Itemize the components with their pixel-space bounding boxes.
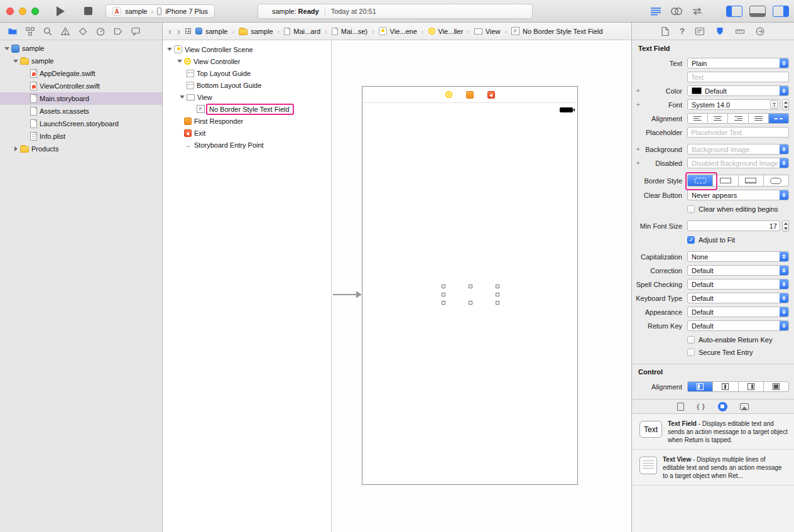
min-font-size-stepper[interactable] bbox=[782, 220, 789, 232]
font-field[interactable]: System 14.0 T bbox=[687, 99, 780, 110]
outline-item-top-layout-guide[interactable]: Top Layout Guide bbox=[163, 67, 331, 79]
media-library-button[interactable] bbox=[740, 403, 749, 410]
keyboard-type-popup[interactable]: Default bbox=[687, 293, 789, 303]
clear-when-editing-checkbox[interactable] bbox=[687, 205, 695, 213]
clear-button-popup[interactable]: Never appears bbox=[687, 190, 789, 200]
font-size-stepper[interactable] bbox=[782, 99, 789, 111]
forward-button[interactable]: › bbox=[177, 26, 181, 36]
disclosure-icon[interactable] bbox=[177, 60, 183, 63]
minimize-window-button[interactable] bbox=[19, 8, 26, 15]
code-snippet-library-button[interactable]: { } bbox=[697, 403, 705, 410]
min-font-size-field[interactable]: 17 bbox=[687, 220, 780, 231]
disclosure-icon[interactable] bbox=[179, 95, 185, 99]
text-type-popup[interactable]: Plain bbox=[687, 58, 789, 68]
capitalization-popup[interactable]: None bbox=[687, 251, 789, 262]
stop-button[interactable] bbox=[84, 7, 92, 15]
attributes-inspector-button[interactable] bbox=[715, 26, 725, 36]
file-row-group-sample[interactable]: sample bbox=[0, 55, 162, 67]
outline-item-view-controller[interactable]: View Controller bbox=[163, 55, 331, 67]
disclosure-icon[interactable] bbox=[13, 60, 19, 63]
disabled-background-popup[interactable]: Disabled Background Image bbox=[687, 158, 789, 168]
resize-handle-bottom-left[interactable] bbox=[442, 301, 445, 305]
project-navigator-button[interactable] bbox=[8, 26, 18, 36]
add-variation-button[interactable]: + bbox=[636, 146, 641, 153]
border-line-segment[interactable] bbox=[713, 175, 738, 186]
library-item-text-field[interactable]: Text Text Field - Displays editable text… bbox=[632, 414, 794, 450]
add-variation-button[interactable]: + bbox=[636, 101, 641, 108]
breadcrumb-view-controller[interactable]: Vie...ller bbox=[428, 28, 464, 35]
add-variation-button[interactable]: + bbox=[636, 160, 641, 166]
add-variation-button[interactable]: + bbox=[636, 87, 641, 94]
file-template-library-button[interactable] bbox=[677, 403, 684, 411]
secure-text-checkbox[interactable] bbox=[687, 349, 695, 356]
content-align-right-segment[interactable] bbox=[739, 382, 764, 391]
breadcrumb-project[interactable]: sample bbox=[195, 28, 227, 35]
appearance-popup[interactable]: Default bbox=[687, 307, 789, 317]
auto-enable-return-checkbox[interactable] bbox=[687, 336, 695, 344]
outline-item-exit[interactable]: Exit bbox=[163, 127, 331, 139]
border-rounded-segment[interactable] bbox=[764, 175, 788, 186]
size-inspector-button[interactable] bbox=[735, 27, 745, 36]
library-item-text-view[interactable]: Text View - Displays multiple lines of e… bbox=[632, 450, 794, 486]
report-navigator-button[interactable] bbox=[131, 26, 141, 36]
file-inspector-button[interactable] bbox=[661, 26, 670, 36]
outline-item-first-responder[interactable]: First Responder bbox=[163, 115, 331, 127]
storyboard-entry-point-arrow[interactable] bbox=[333, 290, 362, 300]
view-controller-frame[interactable] bbox=[362, 86, 578, 485]
first-responder-icon[interactable] bbox=[466, 91, 474, 99]
outline-item-view[interactable]: View bbox=[163, 91, 331, 103]
resize-handle-middle-right[interactable] bbox=[496, 293, 499, 296]
resize-handle-bottom-right[interactable] bbox=[496, 301, 499, 305]
issue-navigator-button[interactable] bbox=[60, 26, 70, 36]
standard-editor-button[interactable] bbox=[648, 5, 663, 18]
color-popup[interactable]: Default bbox=[687, 85, 789, 96]
exit-icon[interactable] bbox=[487, 91, 495, 99]
correction-popup[interactable]: Default bbox=[687, 265, 789, 276]
outline-item-scene[interactable]: View Controller Scene bbox=[163, 43, 331, 55]
file-row-viewcontroller[interactable]: ViewController.swift bbox=[0, 80, 162, 92]
test-navigator-button[interactable] bbox=[78, 26, 88, 36]
file-row-project-sample[interactable]: sample bbox=[0, 42, 162, 55]
resize-handle-top-right[interactable] bbox=[496, 285, 499, 288]
file-row-launchscreen[interactable]: LaunchScreen.storyboard bbox=[0, 117, 162, 130]
font-picker-button[interactable]: T bbox=[770, 100, 778, 109]
quick-help-inspector-button[interactable]: ? bbox=[680, 26, 685, 36]
border-bezel-segment[interactable] bbox=[739, 175, 764, 186]
assistant-editor-button[interactable] bbox=[669, 5, 684, 18]
background-popup[interactable]: Background Image bbox=[687, 144, 789, 155]
file-row-products[interactable]: Products bbox=[0, 143, 162, 155]
file-row-appdelegate[interactable]: AppDelegate.swift bbox=[0, 67, 162, 80]
view-controller-icon[interactable] bbox=[445, 91, 452, 98]
content-align-center-segment[interactable] bbox=[713, 382, 738, 391]
file-row-assets[interactable]: Assets.xcassets bbox=[0, 105, 162, 117]
toggle-navigator-button[interactable] bbox=[726, 6, 742, 17]
resize-handle-middle-left[interactable] bbox=[442, 293, 445, 296]
content-align-left-segment[interactable] bbox=[688, 382, 713, 391]
breadcrumb-group[interactable]: sample bbox=[239, 28, 273, 35]
align-center-segment[interactable] bbox=[708, 114, 728, 123]
text-value-input[interactable] bbox=[687, 72, 789, 82]
version-editor-button[interactable] bbox=[690, 5, 705, 18]
file-row-infoplist[interactable]: Info.plist bbox=[0, 130, 162, 143]
disclosure-icon[interactable] bbox=[166, 48, 173, 51]
object-library-button[interactable] bbox=[718, 402, 727, 411]
file-row-main-storyboard[interactable]: Main.storyboard bbox=[0, 92, 162, 105]
breadcrumb-scene[interactable]: Vie...ene bbox=[379, 27, 417, 35]
related-items-icon[interactable] bbox=[185, 28, 191, 34]
scheme-selector[interactable]: A sample › iPhone 7 Plus bbox=[106, 4, 215, 18]
disclosure-icon[interactable] bbox=[4, 47, 10, 50]
toggle-inspectors-button[interactable] bbox=[773, 6, 789, 17]
breadcrumb-storyboard[interactable]: Mai...ard bbox=[284, 28, 320, 35]
breakpoint-navigator-button[interactable] bbox=[113, 26, 123, 36]
outline-item-text-field[interactable]: F No Border Style Text Field bbox=[163, 103, 331, 115]
border-none-segment[interactable] bbox=[688, 175, 713, 186]
close-window-button[interactable] bbox=[6, 8, 14, 15]
zoom-window-button[interactable] bbox=[31, 8, 39, 15]
resize-handle-top-left[interactable] bbox=[442, 285, 445, 288]
debug-navigator-button[interactable] bbox=[95, 26, 106, 36]
symbol-navigator-button[interactable] bbox=[25, 26, 35, 36]
run-button[interactable] bbox=[57, 6, 65, 16]
back-button[interactable]: ‹ bbox=[168, 26, 172, 36]
placeholder-input[interactable] bbox=[687, 127, 789, 138]
content-align-fill-segment[interactable] bbox=[764, 382, 788, 391]
